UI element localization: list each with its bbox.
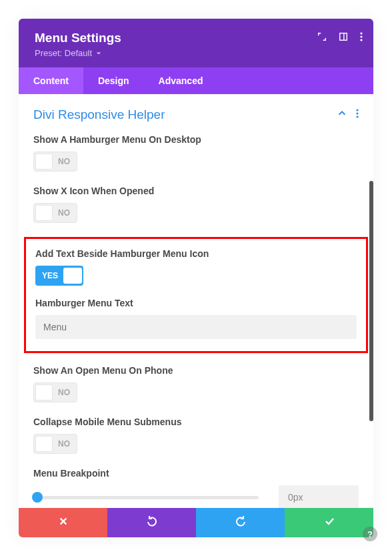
toggle-value: YES [42,271,58,280]
snap-icon[interactable] [339,32,348,41]
header-icons [317,32,363,41]
kebab-menu-icon[interactable] [360,32,363,41]
slider-thumb[interactable] [32,492,43,503]
svg-point-4 [360,39,362,41]
check-icon [324,516,335,529]
toggle-add-text[interactable]: YES [35,266,83,286]
toggle-value: NO [58,439,70,449]
svg-point-2 [360,32,362,34]
save-button[interactable] [285,508,373,537]
tab-content[interactable]: Content [19,67,83,94]
section-header: Divi Responsive Helper [33,107,359,122]
field-breakpoint: Menu Breakpoint 0px [33,468,359,508]
toggle-open-phone[interactable]: NO [33,382,77,402]
toggle-value: NO [58,157,70,166]
modal-title: Menu Settings [35,31,357,45]
section-actions [337,109,359,121]
field-x-icon: Show X Icon When Opened NO [33,186,359,224]
toggle-value: NO [58,388,70,397]
toggle-x-icon[interactable]: NO [33,203,77,223]
caret-down-icon [96,48,101,58]
modal-header: Menu Settings Preset: Default [19,19,373,67]
slider-value-display[interactable]: 0px [279,485,359,508]
scrollbar[interactable] [369,181,373,421]
preset-selector[interactable]: Preset: Default [35,48,357,58]
field-menu-text: Hamburger Menu Text [35,298,357,339]
label-open-phone: Show An Open Menu On Phone [33,365,359,376]
toggle-hamburger-desktop[interactable]: NO [33,152,77,172]
label-x-icon: Show X Icon When Opened [33,186,359,196]
section-kebab-icon[interactable] [356,109,359,121]
svg-point-3 [360,35,362,37]
expand-icon[interactable] [317,32,327,41]
tab-advanced[interactable]: Advanced [144,67,218,94]
label-menu-text: Hamburger Menu Text [35,298,357,308]
content-area: Divi Responsive Helper Show A Hamburger … [19,94,373,508]
undo-icon [147,516,157,529]
svg-point-5 [356,109,358,111]
preset-prefix: Preset: [35,48,62,58]
section-title[interactable]: Divi Responsive Helper [33,107,165,122]
svg-rect-0 [340,33,347,41]
label-breakpoint: Menu Breakpoint [33,468,359,479]
field-open-phone: Show An Open Menu On Phone NO [33,365,359,403]
field-hamburger-desktop: Show A Hamburger Menu On Desktop NO [33,134,359,172]
settings-modal: Menu Settings Preset: Default Content De… [19,19,373,537]
undo-button[interactable] [107,508,196,537]
preset-value: Default [65,48,92,58]
slider-breakpoint[interactable] [33,496,259,499]
close-icon [59,517,68,529]
tab-design[interactable]: Design [83,67,144,94]
slider-breakpoint-row: 0px [33,485,359,508]
label-hamburger-desktop: Show A Hamburger Menu On Desktop [33,134,359,145]
redo-button[interactable] [196,508,285,537]
svg-point-7 [356,115,358,117]
highlighted-region: Add Text Beside Hamburger Menu Icon YES … [24,237,368,353]
field-add-text: Add Text Beside Hamburger Menu Icon YES [35,248,357,286]
label-add-text: Add Text Beside Hamburger Menu Icon [35,248,357,259]
toggle-knob [35,384,53,400]
help-bubble-icon[interactable]: ? [363,527,377,541]
label-collapse-submenus: Collapse Mobile Menu Submenus [33,416,359,427]
input-menu-text[interactable] [35,315,357,339]
modal-footer [19,508,373,537]
toggle-value: NO [58,208,70,218]
cancel-button[interactable] [19,508,107,537]
toggle-knob [63,268,82,284]
collapse-section-icon[interactable] [337,109,347,121]
toggle-collapse-submenus[interactable]: NO [33,434,77,454]
field-collapse-submenus: Collapse Mobile Menu Submenus NO [33,416,359,455]
toggle-knob [35,154,53,170]
toggle-knob [35,205,53,221]
svg-point-6 [356,112,358,114]
redo-icon [235,516,246,529]
toggle-knob [35,436,53,452]
tab-bar: Content Design Advanced [19,67,373,94]
